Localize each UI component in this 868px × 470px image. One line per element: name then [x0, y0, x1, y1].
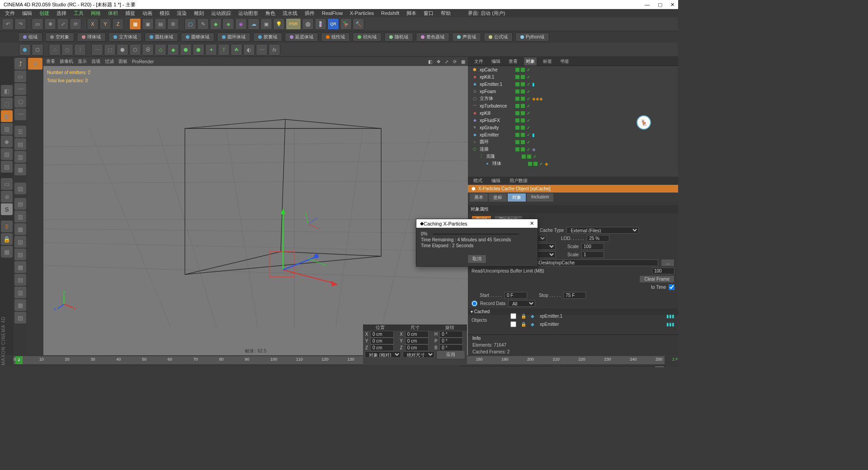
model-mode-icon[interactable]: ⬚ [1, 98, 13, 109]
tree-item-xpTurbulence[interactable]: 〰xpTurbulence✓ [468, 102, 678, 109]
field-pill[interactable]: 延迟体域 [285, 33, 318, 42]
rot-input[interactable] [439, 331, 463, 338]
vp-menu-item[interactable]: 选项 [91, 58, 100, 65]
obj-mode-icon[interactable]: ◧ [1, 85, 13, 97]
magnet-icon[interactable]: ⧲ [1, 221, 13, 232]
xp-icon[interactable]: 〰 [256, 44, 268, 56]
objmgr-tab[interactable]: 对象 [524, 57, 537, 66]
misc-icon[interactable]: ▧ [14, 312, 26, 324]
uv-mode-icon[interactable]: ▭ [1, 178, 13, 190]
pen-icon[interactable]: ✎ [197, 18, 209, 30]
objmgr-tab[interactable]: 查看 [507, 57, 519, 66]
tree-item-xpFoam[interactable]: ◇xpFoam✓ [468, 88, 678, 95]
axis-mode-icon[interactable]: ⊕ [1, 191, 13, 202]
field-pill[interactable]: 径向域 [353, 33, 382, 42]
menu-插件[interactable]: 插件 [303, 10, 316, 17]
vp-opt-icon[interactable]: ◧ [428, 59, 432, 64]
move-icon[interactable]: ✥ [44, 18, 56, 30]
size-input[interactable] [405, 344, 429, 351]
attr-subtab[interactable]: 对象 [508, 193, 526, 202]
autokey-icon[interactable]: ◉ [572, 366, 582, 367]
field-pill[interactable]: Python域 [515, 33, 549, 42]
xp-icon[interactable]: ⬢ [117, 44, 128, 56]
poly-mode-icon[interactable]: ▨ [1, 161, 13, 173]
vp-opt-icon[interactable]: ⤢ [445, 59, 448, 64]
snap-icon[interactable]: S [1, 203, 13, 215]
cross-icon[interactable]: ✥ [28, 58, 42, 70]
pos-input[interactable] [370, 344, 394, 351]
vp-opt-icon[interactable]: ✥ [437, 59, 440, 64]
cam-icon[interactable]: ▣ [260, 18, 272, 30]
axis-z-icon[interactable]: Z [112, 18, 124, 30]
goto-end-icon[interactable]: ⏭ [542, 366, 552, 367]
tree-item-立方体[interactable]: ▢立方体✓◈◈◈ [468, 95, 678, 102]
tool-icon[interactable]: 🔨 [353, 18, 364, 30]
xp-icon[interactable]: fx [269, 44, 280, 56]
key-opt-icon[interactable]: ✥ [596, 366, 606, 367]
menu-运动跟踪[interactable]: 运动跟踪 [210, 10, 232, 17]
xp-icon[interactable]: ⬡ [32, 44, 43, 56]
key-opt-icon[interactable]: ⟳ [619, 366, 629, 367]
qr-icon[interactable]: QR [327, 18, 339, 30]
field-pill[interactable]: 圆锥体域 [181, 33, 214, 42]
misc-icon[interactable]: ▦ [14, 299, 26, 311]
stop-input[interactable] [563, 292, 586, 299]
xp-icon[interactable]: T [218, 44, 230, 56]
workplane-icon[interactable]: ▥ [1, 123, 13, 135]
tree-item-圆环[interactable]: ○圆环✓ [468, 138, 678, 146]
menu-X-Particles[interactable]: X-Particles [349, 10, 375, 16]
scale-input[interactable] [581, 243, 604, 250]
metaball-icon[interactable]: ⬤ [302, 18, 314, 30]
xp-icon[interactable]: ◇ [155, 44, 166, 56]
dialog-close-icon[interactable]: ✕ [530, 221, 534, 226]
goto-start-icon[interactable]: ⏮ [460, 366, 470, 367]
xp-icon[interactable]: ⬢ [180, 44, 192, 56]
menu-雕刻[interactable]: 雕刻 [193, 10, 205, 17]
field-pill[interactable]: 公式域 [484, 33, 513, 42]
field-pill[interactable]: 胶囊域 [253, 33, 282, 42]
tree-item-xpCache[interactable]: ⬢xpCache✓ [468, 66, 678, 73]
render-set-icon[interactable]: ⚙ [167, 18, 179, 30]
poly-sel-icon[interactable]: ⬡ [14, 96, 26, 108]
play-back-icon[interactable]: ◀ [495, 366, 505, 367]
xp-icon[interactable]: ◆ [167, 44, 179, 56]
scale-icon[interactable]: ⤢ [57, 18, 69, 30]
nurbs-icon[interactable]: ◆ [210, 18, 222, 30]
xp-icon[interactable]: ⬢ [19, 44, 31, 56]
pos-input[interactable] [370, 338, 394, 344]
lasso-icon[interactable]: 〰 [14, 83, 26, 95]
menu-帮助[interactable]: 帮助 [439, 10, 452, 17]
undo-icon[interactable]: ↶ [2, 18, 14, 30]
tree-item-连接[interactable]: ⬡连接✓◈ [468, 146, 678, 153]
tree-item-xpKill.1[interactable]: ◆xpKill.1✓ [468, 73, 678, 80]
maximize-icon[interactable]: ▢ [658, 2, 662, 8]
next-key-icon[interactable]: ⏩ [531, 366, 541, 367]
field-pill[interactable]: 线性域 [321, 33, 350, 42]
misc-icon[interactable]: ▨ [14, 249, 26, 260]
xp-icon[interactable]: ◌ [61, 44, 73, 56]
misc-icon[interactable]: ▤ [14, 138, 26, 150]
key-opt-icon[interactable]: ⤢ [608, 366, 618, 367]
select-icon[interactable]: ▭ [32, 18, 43, 30]
start-input[interactable] [505, 292, 527, 299]
lod-input[interactable] [587, 235, 609, 242]
prev-frame-icon[interactable]: ◀ [484, 366, 494, 367]
vp-opt-icon[interactable]: ⟳ [453, 59, 457, 64]
cursor-icon[interactable]: ⤴ [14, 58, 26, 70]
xp-icon[interactable]: ☘ [231, 44, 242, 56]
move-tool-icon[interactable]: ▭ [14, 70, 26, 82]
env-icon[interactable]: ☁ [248, 18, 259, 30]
coord-size-select[interactable]: 绝对尺寸 [403, 351, 434, 358]
lock-icon[interactable]: 🔒 [1, 233, 13, 245]
xp-icon[interactable]: ⬚ [104, 44, 116, 56]
tree-item-xpEmitter[interactable]: ◆xpEmitter✓▮ [468, 131, 678, 138]
field-pill[interactable]: 着色器域 [416, 33, 449, 42]
redo-icon[interactable]: ↷ [14, 18, 26, 30]
xp-icon[interactable]: ⦿ [142, 44, 154, 56]
light-icon[interactable]: 💡 [273, 18, 285, 30]
browse-button[interactable]: ... [661, 259, 675, 267]
vp-menu-item[interactable]: 显示 [78, 58, 87, 65]
misc-icon[interactable]: ▤ [14, 274, 26, 286]
misc-icon[interactable]: ▩ [14, 261, 26, 273]
grid-icon[interactable]: ▦ [1, 246, 13, 258]
